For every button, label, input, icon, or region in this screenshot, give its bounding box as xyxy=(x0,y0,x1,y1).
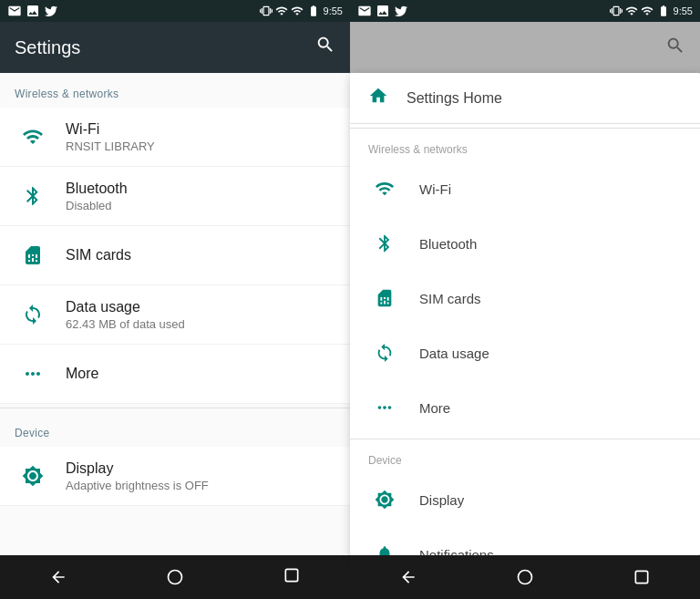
home-icon xyxy=(368,86,388,110)
left-status-right: 9:55 xyxy=(260,5,343,17)
left-status-bar: 9:55 xyxy=(0,0,350,22)
simcards-icon xyxy=(15,237,51,274)
settings-dropdown: Settings Home Wireless & networks Wi-Fi … xyxy=(350,73,700,555)
dropdown-simcards-label: SIM cards xyxy=(419,291,481,306)
datausage-icon xyxy=(15,296,51,333)
left-toolbar: Settings xyxy=(0,22,350,73)
right-status-bar: 9:55 xyxy=(350,0,700,22)
dropdown-simcards-icon xyxy=(368,282,401,315)
wifi-item[interactable]: Wi-Fi RNSIT LIBRARY xyxy=(0,108,350,167)
dropdown-notifications-icon xyxy=(368,538,401,555)
bluetooth-text: Bluetooth Disabled xyxy=(66,181,128,212)
dropdown-display-label: Display xyxy=(419,492,464,508)
svg-point-2 xyxy=(519,571,532,584)
dropdown-bluetooth-icon xyxy=(368,227,401,260)
right-email-icon xyxy=(357,4,372,18)
dropdown-display-icon xyxy=(368,483,401,516)
wifi-subtitle: RNSIT LIBRARY xyxy=(66,139,155,153)
dropdown-bluetooth-label: Bluetooth xyxy=(419,236,477,252)
simcards-text: SIM cards xyxy=(66,247,131,263)
battery-icon xyxy=(306,5,321,17)
display-text: Display Adaptive brightness is OFF xyxy=(66,460,209,492)
right-home-button[interactable] xyxy=(498,559,552,595)
right-panel: 9:55 Settings Home Wireless & networks W… xyxy=(350,0,700,599)
dropdown-notifications-label: Notifications xyxy=(419,547,494,556)
more-title: More xyxy=(66,366,98,382)
vibrate-icon xyxy=(260,5,273,17)
dropdown-simcards-item[interactable]: SIM cards xyxy=(350,271,700,325)
bluetooth-icon xyxy=(15,178,51,214)
display-subtitle: Adaptive brightness is OFF xyxy=(66,479,209,492)
left-settings-list: Wireless & networks Wi-Fi RNSIT LIBRARY … xyxy=(0,73,350,555)
display-icon xyxy=(15,458,51,494)
display-title: Display xyxy=(66,460,209,477)
dropdown-divider-1 xyxy=(350,128,700,129)
page-title: Settings xyxy=(15,37,80,58)
bluetooth-subtitle: Disabled xyxy=(66,199,128,212)
datausage-subtitle: 62.43 MB of data used xyxy=(66,317,185,331)
dropdown-datausage-label: Data usage xyxy=(419,346,489,361)
recent-button[interactable] xyxy=(264,559,319,595)
right-back-button[interactable] xyxy=(381,559,436,595)
simcards-title: SIM cards xyxy=(66,247,131,263)
section-wireless-label: Wireless & networks xyxy=(0,73,350,108)
left-panel: 9:55 Settings Wireless & networks Wi-Fi … xyxy=(0,0,350,599)
dropdown-more-item[interactable]: More xyxy=(350,380,700,435)
dropdown-display-item[interactable]: Display xyxy=(350,472,700,527)
wifi-text: Wi-Fi RNSIT LIBRARY xyxy=(66,121,155,153)
simcards-item[interactable]: SIM cards xyxy=(0,226,350,285)
dropdown-wireless-label: Wireless & networks xyxy=(350,132,700,161)
svg-point-0 xyxy=(169,571,182,584)
right-recent-button[interactable] xyxy=(614,559,669,595)
dropdown-bluetooth-item[interactable]: Bluetooth xyxy=(350,216,700,271)
svg-rect-1 xyxy=(285,569,297,581)
dropdown-more-label: More xyxy=(419,400,450,416)
right-toolbar xyxy=(350,22,700,73)
bluetooth-title: Bluetooth xyxy=(66,181,128,197)
dropdown-wifi-item[interactable]: Wi-Fi xyxy=(350,161,700,216)
dropdown-wifi-label: Wi-Fi xyxy=(419,181,451,197)
right-signal-icon xyxy=(625,5,638,17)
dropdown-divider-2 xyxy=(350,439,700,439)
svg-rect-3 xyxy=(635,571,647,583)
more-icon xyxy=(15,356,51,392)
settings-home-item[interactable]: Settings Home xyxy=(350,73,700,124)
right-twitter-icon xyxy=(394,4,408,18)
left-status-icons xyxy=(7,4,58,18)
search-button[interactable] xyxy=(315,35,335,60)
bluetooth-item[interactable]: Bluetooth Disabled xyxy=(0,167,350,226)
more-item[interactable]: More xyxy=(0,345,350,404)
dropdown-datausage-item[interactable]: Data usage xyxy=(350,325,700,380)
signal-icon xyxy=(275,5,288,17)
time-left: 9:55 xyxy=(324,5,343,16)
more-text: More xyxy=(66,366,98,382)
right-status-icons xyxy=(357,4,408,18)
dropdown-more-icon xyxy=(368,391,401,424)
photo-icon xyxy=(26,4,40,18)
right-vibrate-icon xyxy=(610,5,623,17)
display-item[interactable]: Display Adaptive brightness is OFF xyxy=(0,447,350,506)
back-button[interactable] xyxy=(31,559,86,595)
time-right: 9:55 xyxy=(674,5,693,16)
settings-home-label: Settings Home xyxy=(407,90,502,107)
dropdown-notifications-item[interactable]: Notifications xyxy=(350,527,700,555)
dropdown-wifi-icon xyxy=(368,172,401,205)
home-button[interactable] xyxy=(148,559,202,595)
section-device-label: Device xyxy=(0,412,350,447)
dropdown-datausage-icon xyxy=(368,336,401,369)
right-photo-icon xyxy=(376,4,390,18)
wifi-title: Wi-Fi xyxy=(66,121,155,138)
twitter-icon xyxy=(44,4,58,18)
wifi-status-icon xyxy=(291,5,304,17)
datausage-text: Data usage 62.43 MB of data used xyxy=(66,299,185,331)
left-nav-bar xyxy=(0,555,350,599)
right-search-button[interactable] xyxy=(665,36,685,59)
right-nav-bar xyxy=(350,555,700,599)
right-battery-icon xyxy=(656,5,671,17)
wifi-icon xyxy=(15,119,51,155)
divider-1 xyxy=(0,408,350,408)
right-wifi-status-icon xyxy=(641,5,654,17)
datausage-title: Data usage xyxy=(66,299,185,315)
right-status-right: 9:55 xyxy=(610,5,693,17)
datausage-item[interactable]: Data usage 62.43 MB of data used xyxy=(0,285,350,345)
